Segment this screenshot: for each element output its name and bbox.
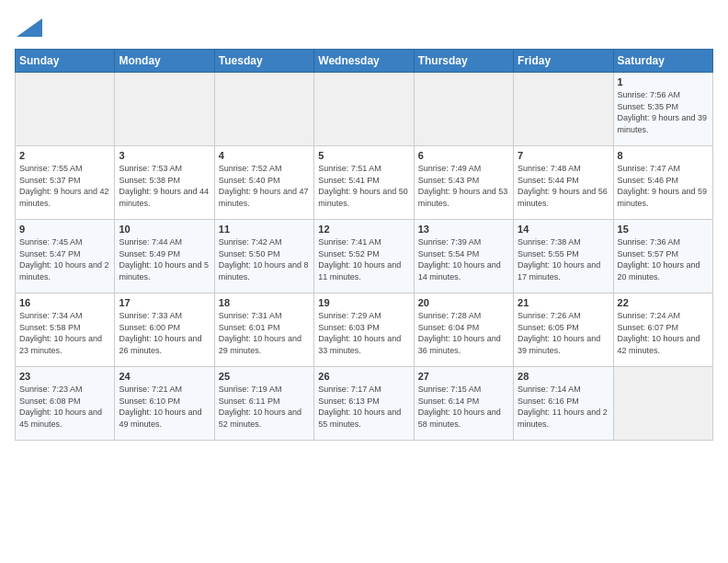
logo-icon (17, 18, 42, 37)
day-info: Sunrise: 7:14 AM Sunset: 6:16 PM Dayligh… (518, 384, 609, 430)
calendar-cell: 27Sunrise: 7:15 AM Sunset: 6:14 PM Dayli… (414, 367, 513, 441)
day-info: Sunrise: 7:33 AM Sunset: 6:00 PM Dayligh… (119, 310, 210, 356)
calendar-table: SundayMondayTuesdayWednesdayThursdayFrid… (15, 49, 713, 441)
day-info: Sunrise: 7:45 AM Sunset: 5:47 PM Dayligh… (19, 236, 110, 282)
day-number: 22 (618, 297, 709, 308)
weekday-header-friday: Friday (514, 50, 613, 73)
calendar-cell: 16Sunrise: 7:34 AM Sunset: 5:58 PM Dayli… (16, 293, 115, 367)
calendar-cell: 12Sunrise: 7:41 AM Sunset: 5:52 PM Dayli… (314, 220, 414, 293)
day-info: Sunrise: 7:38 AM Sunset: 5:55 PM Dayligh… (518, 236, 609, 282)
day-info: Sunrise: 7:31 AM Sunset: 6:01 PM Dayligh… (219, 310, 310, 356)
calendar-cell: 20Sunrise: 7:28 AM Sunset: 6:04 PM Dayli… (414, 293, 513, 367)
day-info: Sunrise: 7:15 AM Sunset: 6:14 PM Dayligh… (418, 384, 509, 430)
calendar-cell: 21Sunrise: 7:26 AM Sunset: 6:05 PM Dayli… (514, 293, 613, 367)
weekday-header-tuesday: Tuesday (214, 50, 313, 73)
day-number: 12 (318, 224, 409, 235)
day-number: 23 (19, 371, 110, 382)
calendar-cell (115, 73, 214, 146)
day-info: Sunrise: 7:19 AM Sunset: 6:11 PM Dayligh… (219, 384, 310, 430)
day-number: 9 (19, 224, 110, 235)
calendar-cell: 7Sunrise: 7:48 AM Sunset: 5:44 PM Daylig… (514, 146, 613, 220)
day-number: 7 (518, 150, 609, 161)
day-info: Sunrise: 7:34 AM Sunset: 5:58 PM Dayligh… (19, 310, 110, 356)
calendar-cell (16, 73, 115, 146)
calendar-cell: 4Sunrise: 7:52 AM Sunset: 5:40 PM Daylig… (214, 146, 313, 220)
calendar-cell: 26Sunrise: 7:17 AM Sunset: 6:13 PM Dayli… (314, 367, 414, 441)
day-info: Sunrise: 7:55 AM Sunset: 5:37 PM Dayligh… (19, 163, 110, 209)
week-row-3: 9Sunrise: 7:45 AM Sunset: 5:47 PM Daylig… (16, 220, 713, 293)
day-info: Sunrise: 7:36 AM Sunset: 5:57 PM Dayligh… (618, 236, 709, 282)
day-info: Sunrise: 7:48 AM Sunset: 5:44 PM Dayligh… (518, 163, 609, 209)
day-info: Sunrise: 7:51 AM Sunset: 5:41 PM Dayligh… (318, 163, 409, 209)
calendar-cell: 15Sunrise: 7:36 AM Sunset: 5:57 PM Dayli… (613, 220, 712, 293)
week-row-5: 23Sunrise: 7:23 AM Sunset: 6:08 PM Dayli… (16, 367, 713, 441)
day-info: Sunrise: 7:49 AM Sunset: 5:43 PM Dayligh… (418, 163, 509, 209)
week-row-2: 2Sunrise: 7:55 AM Sunset: 5:37 PM Daylig… (16, 146, 713, 220)
calendar-cell: 3Sunrise: 7:53 AM Sunset: 5:38 PM Daylig… (115, 146, 214, 220)
day-number: 14 (518, 224, 609, 235)
weekday-header-thursday: Thursday (414, 50, 513, 73)
week-row-1: 1Sunrise: 7:56 AM Sunset: 5:35 PM Daylig… (16, 73, 713, 146)
day-number: 26 (318, 371, 409, 382)
weekday-header-row: SundayMondayTuesdayWednesdayThursdayFrid… (16, 50, 713, 73)
logo (15, 18, 42, 41)
calendar-cell: 2Sunrise: 7:55 AM Sunset: 5:37 PM Daylig… (16, 146, 115, 220)
day-info: Sunrise: 7:44 AM Sunset: 5:49 PM Dayligh… (119, 236, 210, 282)
calendar-cell: 17Sunrise: 7:33 AM Sunset: 6:00 PM Dayli… (115, 293, 214, 367)
calendar-cell: 18Sunrise: 7:31 AM Sunset: 6:01 PM Dayli… (214, 293, 313, 367)
day-info: Sunrise: 7:23 AM Sunset: 6:08 PM Dayligh… (19, 384, 110, 430)
calendar-cell: 28Sunrise: 7:14 AM Sunset: 6:16 PM Dayli… (514, 367, 613, 441)
day-number: 20 (418, 297, 509, 308)
day-number: 27 (418, 371, 509, 382)
calendar-cell: 25Sunrise: 7:19 AM Sunset: 6:11 PM Dayli… (214, 367, 313, 441)
day-number: 5 (318, 150, 409, 161)
calendar-cell: 19Sunrise: 7:29 AM Sunset: 6:03 PM Dayli… (314, 293, 414, 367)
svg-marker-0 (17, 18, 42, 37)
day-info: Sunrise: 7:24 AM Sunset: 6:07 PM Dayligh… (618, 310, 709, 356)
calendar-cell: 5Sunrise: 7:51 AM Sunset: 5:41 PM Daylig… (314, 146, 414, 220)
calendar-cell (414, 73, 513, 146)
day-number: 4 (219, 150, 310, 161)
calendar-cell: 11Sunrise: 7:42 AM Sunset: 5:50 PM Dayli… (214, 220, 313, 293)
calendar-cell: 9Sunrise: 7:45 AM Sunset: 5:47 PM Daylig… (16, 220, 115, 293)
week-row-4: 16Sunrise: 7:34 AM Sunset: 5:58 PM Dayli… (16, 293, 713, 367)
day-info: Sunrise: 7:47 AM Sunset: 5:46 PM Dayligh… (618, 163, 709, 209)
day-info: Sunrise: 7:39 AM Sunset: 5:54 PM Dayligh… (418, 236, 509, 282)
day-number: 2 (19, 150, 110, 161)
weekday-header-sunday: Sunday (16, 50, 115, 73)
header (15, 15, 713, 41)
day-info: Sunrise: 7:41 AM Sunset: 5:52 PM Dayligh… (318, 236, 409, 282)
calendar-cell: 14Sunrise: 7:38 AM Sunset: 5:55 PM Dayli… (514, 220, 613, 293)
day-number: 3 (119, 150, 210, 161)
day-number: 19 (318, 297, 409, 308)
day-number: 28 (518, 371, 609, 382)
calendar-cell: 8Sunrise: 7:47 AM Sunset: 5:46 PM Daylig… (613, 146, 712, 220)
day-number: 21 (518, 297, 609, 308)
calendar-cell (214, 73, 313, 146)
calendar-cell (613, 367, 712, 441)
calendar-cell: 6Sunrise: 7:49 AM Sunset: 5:43 PM Daylig… (414, 146, 513, 220)
day-number: 17 (119, 297, 210, 308)
day-number: 10 (119, 224, 210, 235)
day-info: Sunrise: 7:17 AM Sunset: 6:13 PM Dayligh… (318, 384, 409, 430)
calendar-cell: 10Sunrise: 7:44 AM Sunset: 5:49 PM Dayli… (115, 220, 214, 293)
day-number: 24 (119, 371, 210, 382)
calendar-cell: 23Sunrise: 7:23 AM Sunset: 6:08 PM Dayli… (16, 367, 115, 441)
calendar-cell (314, 73, 414, 146)
day-number: 6 (418, 150, 509, 161)
calendar-cell: 24Sunrise: 7:21 AM Sunset: 6:10 PM Dayli… (115, 367, 214, 441)
day-info: Sunrise: 7:52 AM Sunset: 5:40 PM Dayligh… (219, 163, 310, 209)
day-info: Sunrise: 7:28 AM Sunset: 6:04 PM Dayligh… (418, 310, 509, 356)
day-info: Sunrise: 7:56 AM Sunset: 5:35 PM Dayligh… (618, 89, 709, 135)
weekday-header-monday: Monday (115, 50, 214, 73)
day-number: 16 (19, 297, 110, 308)
day-number: 11 (219, 224, 310, 235)
calendar-cell: 13Sunrise: 7:39 AM Sunset: 5:54 PM Dayli… (414, 220, 513, 293)
day-info: Sunrise: 7:26 AM Sunset: 6:05 PM Dayligh… (518, 310, 609, 356)
day-number: 13 (418, 224, 509, 235)
calendar-cell (514, 73, 613, 146)
day-number: 25 (219, 371, 310, 382)
calendar-cell: 1Sunrise: 7:56 AM Sunset: 5:35 PM Daylig… (613, 73, 712, 146)
calendar-cell: 22Sunrise: 7:24 AM Sunset: 6:07 PM Dayli… (613, 293, 712, 367)
day-info: Sunrise: 7:29 AM Sunset: 6:03 PM Dayligh… (318, 310, 409, 356)
